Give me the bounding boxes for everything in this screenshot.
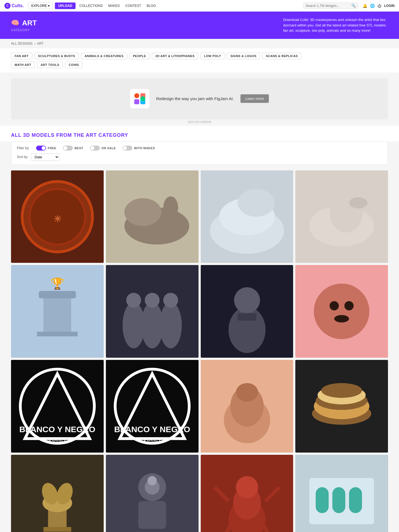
filter-toggles-row: Filter by: FREE BEST ON SALE [17,146,382,151]
model-item-16[interactable] [295,455,388,532]
hero-category: CATEGORY [11,28,37,32]
search-bar[interactable]: 🔍 [303,2,358,9]
filter-tags-row1: FAN ART SCULPTURES & BUSTS ANIMALS & CRE… [0,48,399,59]
model-thumbnail-13 [11,455,104,532]
with-makes-toggle[interactable] [122,146,132,151]
sort-select[interactable]: Date Popular Downloads Price [31,153,59,161]
ad-text: Redesign the way you jam with FigJam AI. [156,96,234,101]
svg-point-41 [334,315,349,323]
hero-emoji: 🧠 [11,19,19,27]
tag-low-poly[interactable]: LOW POLY [200,53,225,59]
search-icon[interactable]: 🔍 [351,4,356,8]
model-thumbnail-10: BLANCO Y NEGRO VOLEY [106,360,199,453]
contest-link[interactable]: CONTEST [124,4,143,8]
navigation: C Cults. EXPLORE ▾ UPLOAD COLLECTIONS MA… [0,0,399,12]
model-thumbnail-7 [201,265,293,358]
hero-description: Download Cults' 3D masterpieces and unle… [283,17,388,33]
sort-row: Sort by: Date Popular Downloads Price [17,153,382,161]
model-item-13[interactable] [11,455,104,532]
svg-point-39 [330,301,339,311]
svg-point-76 [236,476,258,498]
power-icon[interactable]: ⏻ [377,4,381,8]
svg-point-72 [148,476,157,485]
tag-fan-art[interactable]: FAN ART [11,53,32,59]
model-item-11[interactable] [201,360,293,453]
model-item-6[interactable] [106,265,199,358]
svg-rect-64 [44,527,71,532]
breadcrumb-separator: › [34,42,35,46]
model-thumbnail-11 [201,360,293,453]
search-input[interactable] [306,4,350,8]
model-item-9[interactable]: BLANCO Y NEGRO VOLEY [11,360,104,453]
upload-button[interactable]: UPLOAD [55,2,76,9]
globe-icon[interactable]: 🌐 [370,4,375,8]
model-item-5[interactable]: 🏆 [11,265,104,358]
model-item-10[interactable]: BLANCO Y NEGRO VOLEY [106,360,199,453]
model-item-7[interactable] [201,265,293,358]
ad-cta-button[interactable]: Learn more [240,94,269,103]
tag-sculptures-busts[interactable]: SCULPTURES & BUSTS [34,53,79,59]
svg-point-29 [159,302,182,349]
model-item-12[interactable] [295,360,388,453]
filter-tags-row2: MATH ART ART TOOLS COINS [0,59,399,73]
tag-math-art[interactable]: MATH ART [11,62,35,68]
svg-point-20 [349,197,368,208]
svg-point-55 [236,383,258,402]
model-item-2[interactable] [106,170,199,263]
svg-rect-84 [333,487,346,513]
svg-point-40 [344,301,354,311]
with-makes-label: WITH MAKES [134,146,155,150]
model-thumbnail-16 [295,455,388,532]
notification-icon[interactable]: 🔔 [363,4,367,8]
tag-people[interactable]: PEOPLE [129,53,150,59]
svg-text:VOLEY: VOLEY [143,436,161,442]
best-toggle[interactable] [63,146,73,151]
explore-button[interactable]: EXPLORE ▾ [28,2,53,9]
collections-link[interactable]: COLLECTIONS [78,4,105,8]
tag-animals-creatures[interactable]: ANIMALS & CREATURES [81,53,127,59]
svg-point-30 [126,293,141,308]
site-logo[interactable]: C Cults. [4,3,24,9]
svg-rect-24 [37,332,78,336]
on-sale-label: ON SALE [101,146,116,150]
free-toggle-group: FREE [36,146,56,151]
models-grid: ☀ [11,170,388,532]
model-item-1[interactable]: ☀ [11,170,104,263]
model-thumbnail-5: 🏆 [11,265,104,358]
on-sale-toggle[interactable] [90,146,100,151]
sort-by-label: Sort by: [17,155,28,159]
tag-art-tools[interactable]: ART TOOLS [37,62,63,68]
best-toggle-group: BEST [63,146,83,151]
model-item-8[interactable] [295,265,388,358]
tag-coins[interactable]: COINS [65,62,82,68]
svg-rect-71 [138,501,166,529]
model-thumbnail-1: ☀ [11,170,104,263]
login-link[interactable]: LOGIN [384,4,395,8]
ad-banner: Redesign the way you jam with FigJam AI.… [11,78,388,119]
on-sale-toggle-group: ON SALE [90,146,116,151]
model-thumbnail-6 [106,265,199,358]
svg-text:BLANCO Y NEGRO: BLANCO Y NEGRO [114,425,190,434]
tag-signs-logos[interactable]: SIGNS & LOGOS [227,53,260,59]
free-toggle[interactable] [36,146,46,151]
tag-2d-art[interactable]: 2D ART & LITHOPHANES [152,53,198,59]
breadcrumb-current: ART [37,42,44,46]
blog-link[interactable]: BLOG [145,4,157,8]
breadcrumb-all-designs[interactable]: ALL DESIGNS [11,42,33,46]
models-grid-section: ☀ [0,165,399,532]
svg-rect-22 [44,293,71,335]
model-item-3[interactable] [201,170,293,263]
makes-link[interactable]: MAKES [107,4,122,8]
model-thumbnail-3 [201,170,293,263]
model-thumbnail-9: BLANCO Y NEGRO VOLEY [11,360,104,453]
model-item-14[interactable] [106,455,199,532]
tag-scans-replicas[interactable]: SCANS & REPLICAS [262,53,301,59]
svg-point-12 [163,196,178,219]
svg-point-16 [238,189,275,217]
model-item-15[interactable] [201,455,293,532]
nav-icons: 🔔 🌐 ⏻ LOGIN [363,4,395,8]
svg-rect-36 [238,313,256,321]
model-thumbnail-12 [295,360,388,453]
model-item-4[interactable] [295,170,388,263]
svg-text:BLANCO Y NEGRO: BLANCO Y NEGRO [19,425,95,434]
